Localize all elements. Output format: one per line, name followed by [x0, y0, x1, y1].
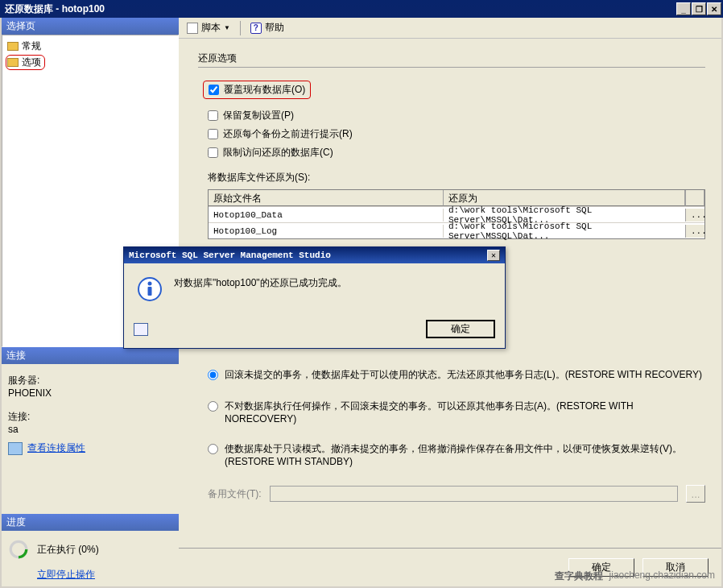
- dialog-title: Microsoft SQL Server Management Studio: [129, 251, 487, 260]
- checkbox-keep-replication[interactable]: [208, 110, 218, 121]
- view-connection-properties[interactable]: 查看连接属性: [27, 441, 85, 455]
- checkbox-prompt-each-row[interactable]: 还原每个备份之前进行提示(R): [208, 127, 705, 141]
- standby-browse-button: ...: [686, 485, 705, 503]
- radio-standby[interactable]: [208, 444, 218, 454]
- close-button[interactable]: ✕: [707, 2, 721, 15]
- help-button[interactable]: ? 帮助: [247, 19, 287, 36]
- checkbox-keep-replication-row[interactable]: 保留复制设置(P): [208, 109, 705, 122]
- conn-label: 连接:: [8, 410, 172, 424]
- radio-standby-row[interactable]: 使数据库处于只读模式。撤消未提交的事务，但将撤消操作保存在备用文件中，以便可使恢…: [208, 442, 705, 467]
- help-icon: ?: [250, 23, 262, 34]
- help-label: 帮助: [265, 21, 284, 35]
- recovery-state-section: 回滚未提交的事务，使数据库处于可以使用的状态。无法还原其他事务日志(L)。(RE…: [208, 368, 705, 467]
- sidebar-item-label: 选项: [22, 56, 41, 69]
- standby-file-row: 备用文件(T): ...: [208, 485, 705, 503]
- radio-recovery[interactable]: [208, 370, 218, 380]
- link-icon: [8, 442, 23, 455]
- svg-point-2: [148, 282, 152, 286]
- col-original[interactable]: 原始文件名: [209, 190, 444, 206]
- dialog-body: 对数据库"hotop100"的还原已成功完成。: [124, 263, 505, 315]
- conn-value: sa: [8, 424, 172, 435]
- sidebar-item-options[interactable]: 选项: [6, 55, 45, 70]
- radio-norecovery[interactable]: [208, 401, 218, 412]
- folder-icon: [7, 42, 19, 51]
- radio-norecovery-row[interactable]: 不对数据库执行任何操作，不回滚未提交的事务。可以还原其他事务日志(A)。(RES…: [208, 400, 705, 424]
- minimize-button[interactable]: _: [676, 2, 691, 15]
- radio-norecovery-label: 不对数据库执行任何操作，不回滚未提交的事务。可以还原其他事务日志(A)。(RES…: [225, 400, 705, 424]
- browse-button[interactable]: ...: [685, 225, 704, 238]
- connection-panel: 服务器: PHOENIX 连接: sa 查看连接属性: [2, 364, 179, 514]
- cell-name: Hotop100_Data: [209, 209, 444, 222]
- info-icon: [137, 276, 163, 302]
- checkbox-restrict-row[interactable]: 限制访问还原的数据库(C): [208, 146, 705, 159]
- cell-name: Hotop100_Log: [209, 225, 444, 238]
- checkbox-prompt-each-label: 还原每个备份之前进行提示(R): [223, 127, 353, 141]
- window-buttons: _ ❐ ✕: [676, 2, 721, 15]
- checkbox-overwrite[interactable]: [209, 85, 219, 95]
- standby-file-label: 备用文件(T):: [208, 487, 262, 501]
- checkbox-overwrite-row[interactable]: 覆盖现有数据库(O): [203, 81, 311, 99]
- radio-recovery-label: 回滚未提交的事务，使数据库处于可以使用的状态。无法还原其他事务日志(L)。(RE…: [225, 368, 702, 382]
- dialog-titlebar: Microsoft SQL Server Management Studio ✕: [124, 247, 505, 263]
- copy-icon[interactable]: [134, 323, 148, 336]
- sidebar-item-label: 常规: [22, 39, 41, 53]
- progress-panel: 正在执行 (0%) 立即停止操作: [2, 531, 179, 586]
- browse-button[interactable]: ...: [685, 209, 704, 222]
- sidebar-item-general[interactable]: 常规: [6, 39, 175, 54]
- files-label: 将数据库文件还原为(S):: [208, 171, 705, 184]
- watermark-text-1: 查字典教程: [555, 569, 603, 583]
- connection-header: 连接: [2, 347, 179, 364]
- message-dialog: Microsoft SQL Server Management Studio ✕…: [123, 246, 506, 349]
- dialog-footer: 确定: [124, 315, 505, 348]
- toolbar: 脚本 ▼ ? 帮助: [179, 18, 721, 39]
- script-button[interactable]: 脚本 ▼: [184, 19, 233, 36]
- stop-operation-link[interactable]: 立即停止操作: [37, 568, 95, 582]
- spinner-icon: [8, 539, 29, 560]
- chevron-down-icon: ▼: [224, 24, 230, 31]
- restore-options-title: 还原选项: [198, 52, 705, 68]
- standby-file-input: [270, 486, 678, 502]
- checkbox-overwrite-label: 覆盖现有数据库(O): [224, 83, 305, 97]
- watermark-text-2: jiaocheng.chazidian.com: [609, 569, 715, 583]
- checkbox-restrict-label: 限制访问还原的数据库(C): [223, 146, 333, 159]
- progress-text: 正在执行 (0%): [37, 543, 99, 557]
- watermark: 查字典教程 jiaocheng.chazidian.com: [555, 569, 715, 583]
- server-label: 服务器:: [8, 374, 172, 387]
- radio-standby-label: 使数据库处于只读模式。撤消未提交的事务，但将撤消操作保存在备用文件中，以便可使恢…: [225, 442, 705, 467]
- server-value: PHOENIX: [8, 387, 172, 399]
- progress-header: 进度: [2, 514, 179, 531]
- dialog-ok-button[interactable]: 确定: [426, 320, 495, 338]
- files-grid: 原始文件名 还原为 Hotop100_Data d:\work tools\Mi…: [208, 189, 705, 239]
- radio-recovery-row[interactable]: 回滚未提交的事务，使数据库处于可以使用的状态。无法还原其他事务日志(L)。(RE…: [208, 368, 705, 382]
- window-title: 还原数据库 - hotop100: [5, 2, 676, 16]
- script-icon: [187, 23, 198, 34]
- dialog-close-button[interactable]: ✕: [487, 250, 500, 261]
- checkbox-keep-replication-label: 保留复制设置(P): [223, 109, 294, 122]
- titlebar: 还原数据库 - hotop100 _ ❐ ✕: [0, 0, 723, 18]
- pages-header: 选择页: [2, 18, 179, 35]
- restore-button[interactable]: ❐: [692, 2, 706, 15]
- checkbox-prompt-each[interactable]: [208, 129, 218, 139]
- folder-icon: [7, 58, 19, 67]
- checkbox-restrict[interactable]: [208, 147, 218, 158]
- dialog-message: 对数据库"hotop100"的还原已成功完成。: [174, 276, 347, 290]
- toolbar-separator: [240, 21, 241, 35]
- col-action: [685, 190, 704, 206]
- cell-path: d:\work tools\Microsoft SQL Server\MSSQL…: [444, 220, 685, 242]
- table-row[interactable]: Hotop100_Log d:\work tools\Microsoft SQL…: [209, 222, 704, 238]
- script-label: 脚本: [201, 21, 221, 35]
- svg-rect-3: [148, 287, 152, 296]
